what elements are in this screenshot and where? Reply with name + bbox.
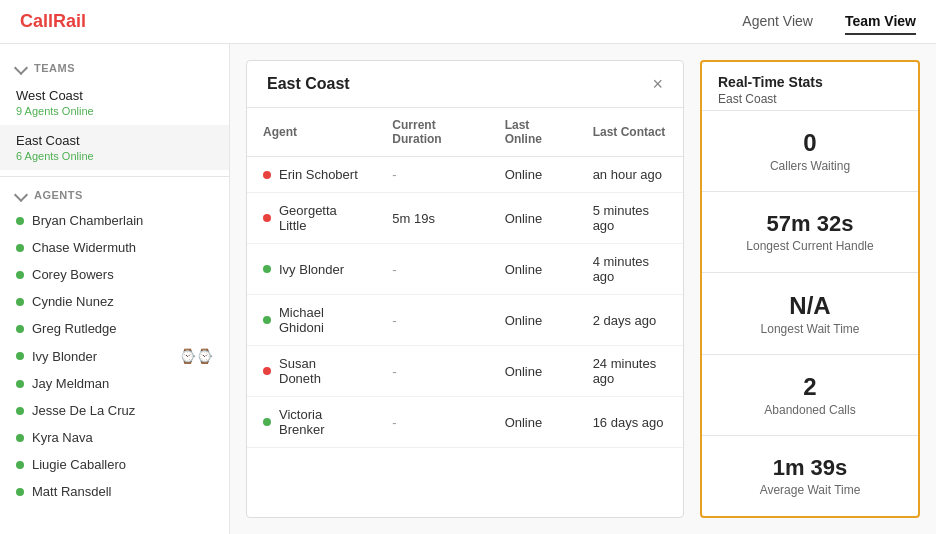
agent-status-dot — [16, 352, 24, 360]
stats-value: 0 — [803, 129, 816, 157]
agents-chevron-icon — [14, 188, 28, 202]
table-row: Susan Doneth - Online 24 minutes ago — [247, 346, 683, 397]
east-coast-name: East Coast — [16, 133, 213, 148]
cell-last-online: Online — [489, 244, 577, 295]
cell-last-contact: 24 minutes ago — [577, 346, 683, 397]
cell-last-online: Online — [489, 346, 577, 397]
cell-last-online: Online — [489, 295, 577, 346]
teams-section-label: TEAMS — [34, 62, 75, 74]
cell-agent: Susan Doneth — [247, 346, 376, 397]
east-coast-online: 6 Agents Online — [16, 150, 213, 162]
modal-close-button[interactable]: × — [652, 75, 663, 93]
row-agent-name: Erin Schobert — [279, 167, 358, 182]
agent-name: Liugie Caballero — [32, 457, 213, 472]
teams-section-header: TEAMS — [0, 56, 229, 80]
row-agent-name: Victoria Brenker — [279, 407, 360, 437]
agent-status-dot — [16, 434, 24, 442]
sidebar-agent-0[interactable]: Bryan Chamberlain — [0, 207, 229, 234]
sidebar-item-east-coast[interactable]: East Coast 6 Agents Online — [0, 125, 229, 170]
agents-table: Agent Current Duration Last Online Last … — [247, 108, 683, 448]
agent-name: Jay Meldman — [32, 376, 213, 391]
agents-table-container: Agent Current Duration Last Online Last … — [247, 108, 683, 517]
table-row: Ivy Blonder - Online 4 minutes ago — [247, 244, 683, 295]
cell-last-online: Online — [489, 157, 577, 193]
stats-value: 1m 39s — [773, 455, 848, 481]
sidebar: TEAMS West Coast 9 Agents Online East Co… — [0, 44, 230, 534]
content-area: East Coast × Agent Current Duration Last… — [230, 44, 936, 534]
agent-status-dot — [16, 298, 24, 306]
agent-status-dot — [16, 461, 24, 469]
sidebar-agent-10[interactable]: Matt Ransdell — [0, 478, 229, 505]
teams-chevron-icon — [14, 61, 28, 75]
tab-agent-view[interactable]: Agent View — [742, 9, 813, 35]
sidebar-agent-5[interactable]: Ivy Blonder ⌚⌚ — [0, 342, 229, 370]
tab-team-view[interactable]: Team View — [845, 9, 916, 35]
cell-duration: - — [376, 346, 488, 397]
sidebar-agent-4[interactable]: Greg Rutledge — [0, 315, 229, 342]
agent-name: Jesse De La Cruz — [32, 403, 213, 418]
cell-duration: 5m 19s — [376, 193, 488, 244]
row-agent-name: Georgetta Little — [279, 203, 360, 233]
cell-duration: - — [376, 397, 488, 448]
cell-agent: Ivy Blonder — [247, 244, 376, 295]
stats-label: Longest Current Handle — [746, 239, 873, 253]
cell-last-contact: 2 days ago — [577, 295, 683, 346]
sidebar-agent-8[interactable]: Kyra Nava — [0, 424, 229, 451]
modal-title: East Coast — [267, 75, 350, 93]
col-duration: Current Duration — [376, 108, 488, 157]
agent-name: Corey Bowers — [32, 267, 213, 282]
row-agent-name: Susan Doneth — [279, 356, 360, 386]
table-head: Agent Current Duration Last Online Last … — [247, 108, 683, 157]
agents-section-label: AGENTS — [34, 189, 83, 201]
row-status-dot — [263, 316, 271, 324]
agent-name: Bryan Chamberlain — [32, 213, 213, 228]
sidebar-agent-1[interactable]: Chase Widermuth — [0, 234, 229, 261]
cell-last-contact: 16 days ago — [577, 397, 683, 448]
cell-agent: Georgetta Little — [247, 193, 376, 244]
sidebar-agent-3[interactable]: Cyndie Nunez — [0, 288, 229, 315]
cell-agent: Erin Schobert — [247, 157, 376, 193]
sidebar-divider — [0, 176, 229, 177]
table-header-row: Agent Current Duration Last Online Last … — [247, 108, 683, 157]
col-last-contact: Last Contact — [577, 108, 683, 157]
stats-item-3: 2 Abandoned Calls — [702, 354, 918, 435]
cell-last-online: Online — [489, 193, 577, 244]
agent-name: Kyra Nava — [32, 430, 213, 445]
col-last-online: Last Online — [489, 108, 577, 157]
agents-section-header: AGENTS — [0, 183, 229, 207]
agent-name: Ivy Blonder — [32, 349, 171, 364]
agent-status-dot — [16, 325, 24, 333]
agent-name: Greg Rutledge — [32, 321, 213, 336]
header: CallRail Agent View Team View — [0, 0, 936, 44]
logo: CallRail — [20, 11, 86, 32]
stats-item-4: 1m 39s Average Wait Time — [702, 435, 918, 516]
cell-duration: - — [376, 157, 488, 193]
stats-header: Real-Time Stats East Coast — [702, 62, 918, 110]
stats-subtitle: East Coast — [718, 92, 902, 106]
row-status-dot — [263, 418, 271, 426]
agent-name: Cyndie Nunez — [32, 294, 213, 309]
cell-duration: - — [376, 244, 488, 295]
stats-item-2: N/A Longest Wait Time — [702, 272, 918, 353]
cell-agent: Victoria Brenker — [247, 397, 376, 448]
agent-name: Matt Ransdell — [32, 484, 213, 499]
modal-header: East Coast × — [247, 61, 683, 108]
row-agent-name: Michael Ghidoni — [279, 305, 360, 335]
sidebar-item-west-coast[interactable]: West Coast 9 Agents Online — [0, 80, 229, 125]
stats-label: Callers Waiting — [770, 159, 850, 173]
sidebar-agent-9[interactable]: Liugie Caballero — [0, 451, 229, 478]
sidebar-agent-2[interactable]: Corey Bowers — [0, 261, 229, 288]
stats-label: Longest Wait Time — [761, 322, 860, 336]
agent-status-dot — [16, 244, 24, 252]
nav-tabs: Agent View Team View — [742, 9, 916, 35]
sidebar-agent-6[interactable]: Jay Meldman — [0, 370, 229, 397]
table-row: Erin Schobert - Online an hour ago — [247, 157, 683, 193]
west-coast-online: 9 Agents Online — [16, 105, 213, 117]
stats-title: Real-Time Stats — [718, 74, 902, 90]
agent-status-dot — [16, 407, 24, 415]
agent-status-dot — [16, 217, 24, 225]
cell-last-contact: 5 minutes ago — [577, 193, 683, 244]
cell-last-contact: an hour ago — [577, 157, 683, 193]
agent-name: Chase Widermuth — [32, 240, 213, 255]
sidebar-agent-7[interactable]: Jesse De La Cruz — [0, 397, 229, 424]
